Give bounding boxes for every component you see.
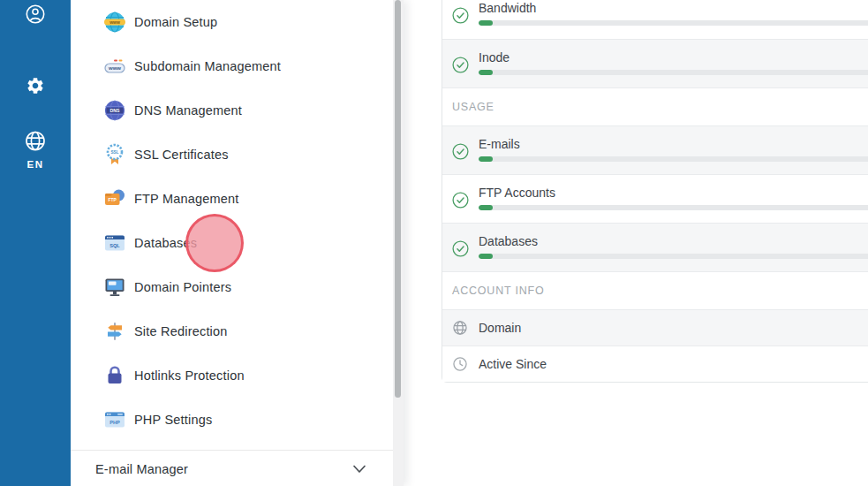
clock-icon <box>452 356 468 372</box>
progress-fill <box>479 205 493 210</box>
stat-row-databases[interactable]: Databases <box>442 223 868 271</box>
chevron-down-icon <box>352 461 366 477</box>
section-header-usage: USAGE <box>442 87 868 125</box>
info-row-domain[interactable]: Domain <box>442 309 868 346</box>
sidebar-item-list: wwwDomain SetupwwwSubdomain ManagementDN… <box>71 0 393 442</box>
sidebar-item-domain-pointers[interactable]: Domain Pointers <box>71 265 393 309</box>
sql-icon: SQL <box>103 232 126 254</box>
section-header-label: ACCOUNT INFO <box>452 285 545 297</box>
ssl-icon: SSL <box>103 143 126 166</box>
stat-label: FTP Accounts <box>479 186 868 200</box>
info-row-active-since[interactable]: Active Since <box>442 346 868 382</box>
progress-bar <box>479 156 868 162</box>
sidebar-panel: wwwDomain SetupwwwSubdomain ManagementDN… <box>71 0 404 486</box>
svg-text:www: www <box>108 65 121 71</box>
svg-text:www: www <box>109 19 120 25</box>
svg-text:PHP: PHP <box>109 420 120 425</box>
progress-bar <box>479 205 868 210</box>
check-circle-icon <box>452 143 470 160</box>
globe-icon[interactable] <box>25 130 47 152</box>
info-label: Domain <box>479 321 521 335</box>
domain-pointers-icon <box>103 276 126 299</box>
sidebar-menu: wwwDomain SetupwwwSubdomain ManagementDN… <box>71 0 393 486</box>
stat-body: Bandwidth <box>479 1 868 39</box>
stat-row-ftp-accounts[interactable]: FTP Accounts <box>442 174 868 223</box>
app-window: EN wwwDomain SetupwwwSubdomain Managemen… <box>0 0 868 486</box>
sidebar-item-php-settings[interactable]: PHPPHP Settings <box>71 398 393 442</box>
sidebar-item-label: PHP Settings <box>134 413 212 427</box>
ftp-icon: FTP <box>103 187 126 210</box>
sidebar-item-site-redirection[interactable]: Site Redirection <box>71 309 393 353</box>
stat-label: Databases <box>479 234 868 248</box>
sidebar-item-label: E-mail Manager <box>95 462 188 476</box>
stat-body: Inode <box>479 50 868 87</box>
progress-bar <box>479 70 868 75</box>
sidebar-item-label: Subdomain Management <box>134 59 281 73</box>
sidebar-item-ssl-certificates[interactable]: SSLSSL Certificates <box>71 133 393 177</box>
subdomain-icon: www <box>103 55 126 78</box>
sidebar-item-databases[interactable]: SQLDatabases <box>71 221 393 265</box>
site-redirection-icon <box>103 320 126 343</box>
sidebar-item-label: Domain Setup <box>134 15 217 29</box>
stat-row-bandwidth[interactable]: Bandwidth <box>442 0 868 39</box>
sidebar-item-email-manager[interactable]: E-mail Manager <box>71 450 393 486</box>
svg-text:DNS: DNS <box>110 108 120 113</box>
progress-fill <box>479 254 493 259</box>
stat-row-e-mails[interactable]: E-mails <box>442 125 868 174</box>
stat-label: E-mails <box>479 137 868 151</box>
language-label[interactable]: EN <box>0 159 71 170</box>
progress-fill <box>479 20 493 26</box>
user-icon[interactable] <box>25 4 46 25</box>
sidebar-item-ftp-management[interactable]: FTPFTP Management <box>71 177 393 221</box>
svg-text:SSL: SSL <box>111 150 119 155</box>
section-header-account-info: ACCOUNT INFO <box>442 271 868 309</box>
sidebar-item-label: FTP Management <box>134 192 239 206</box>
progress-bar <box>479 20 868 26</box>
stat-body: E-mails <box>479 137 868 174</box>
php-icon: PHP <box>103 408 126 431</box>
info-label: Active Since <box>479 357 547 371</box>
sidebar-item-subdomain-management[interactable]: wwwSubdomain Management <box>71 44 393 88</box>
sidebar-item-label: Domain Pointers <box>134 280 231 294</box>
sidebar-item-hotlinks-protection[interactable]: Hotlinks Protection <box>71 353 393 398</box>
svg-text:FTP: FTP <box>108 197 117 202</box>
progress-bar <box>479 254 868 259</box>
stat-body: FTP Accounts <box>479 186 868 223</box>
stat-label: Bandwidth <box>479 1 868 15</box>
svg-text:SQL: SQL <box>109 243 120 248</box>
sidebar-item-label: DNS Management <box>134 103 242 118</box>
sidebar-item-label: Site Redirection <box>134 324 228 338</box>
check-circle-icon <box>452 192 470 209</box>
main-content: BandwidthInodeUSAGEE-mailsFTP AccountsDa… <box>404 0 868 486</box>
sidebar-scrollbar[interactable] <box>393 0 404 486</box>
check-circle-icon <box>452 57 470 73</box>
globe-gray-icon <box>452 320 468 336</box>
stat-body: Databases <box>479 234 868 271</box>
lock-icon <box>103 364 126 387</box>
sidebar-item-label: SSL Certificates <box>134 148 229 162</box>
domain-setup-icon: www <box>103 11 126 34</box>
sidebar-item-domain-setup[interactable]: wwwDomain Setup <box>71 0 393 44</box>
check-circle-icon <box>452 240 470 257</box>
dns-icon: DNS <box>103 99 126 122</box>
scrollbar-thumb[interactable] <box>395 0 401 398</box>
icon-rail: EN <box>0 0 71 486</box>
sidebar-item-dns-management[interactable]: DNSDNS Management <box>71 88 393 133</box>
check-circle-icon <box>452 7 470 24</box>
stats-card: BandwidthInodeUSAGEE-mailsFTP AccountsDa… <box>442 0 868 383</box>
stat-label: Inode <box>479 50 868 65</box>
stat-row-inode[interactable]: Inode <box>442 39 868 87</box>
section-header-label: USAGE <box>452 101 494 113</box>
sidebar-item-label: Databases <box>134 236 197 250</box>
gear-icon[interactable] <box>26 76 45 95</box>
progress-fill <box>479 156 493 162</box>
sidebar-item-label: Hotlinks Protection <box>134 368 245 383</box>
progress-fill <box>479 70 493 75</box>
